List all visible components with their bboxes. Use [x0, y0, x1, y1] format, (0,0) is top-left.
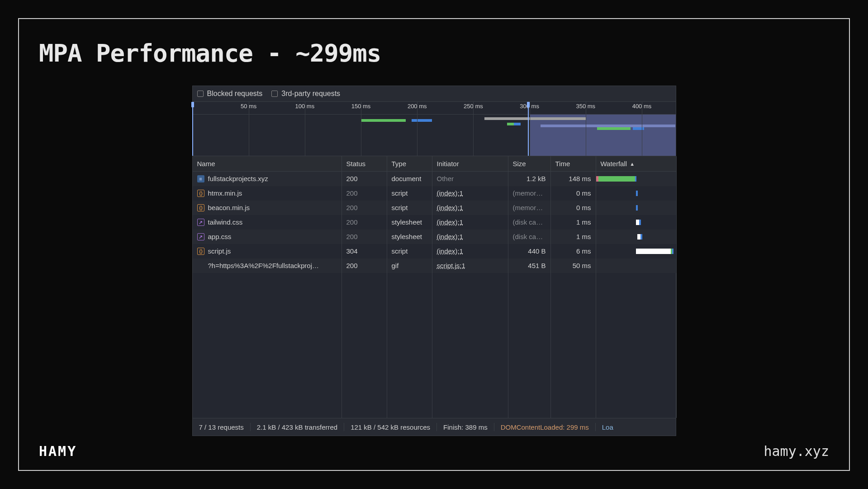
timeline-ruler: 50 ms100 ms150 ms200 ms250 ms300 ms350 m…	[193, 102, 676, 115]
cell-name: ⟨⟩beacon.min.js	[193, 201, 342, 215]
file-name: script.js	[208, 246, 231, 257]
cell-waterfall	[596, 201, 677, 215]
column-header-status[interactable]: Status	[342, 156, 387, 172]
column-header-time[interactable]: Time	[551, 156, 596, 172]
thirdparty-requests-checkbox[interactable]: 3rd-party requests	[271, 90, 340, 98]
file-name: beacon.min.js	[208, 202, 250, 213]
slide-frame: MPA Performance - ~299ms Blocked request…	[18, 18, 850, 471]
cell-name: ⟨⟩script.js	[193, 244, 342, 259]
sort-ascending-icon: ▲	[630, 161, 635, 167]
thirdparty-requests-label: 3rd-party requests	[281, 90, 340, 98]
initiator-link[interactable]: script.js:1	[437, 262, 465, 269]
waterfall-segment	[640, 234, 642, 240]
waterfall-segment	[639, 220, 641, 225]
cell-type: stylesheet	[387, 230, 432, 244]
initiator-link[interactable]: (index):1	[437, 247, 463, 255]
initiator-link[interactable]: (index):1	[437, 204, 463, 211]
waterfall-segment	[598, 176, 635, 182]
timeline-mini-bar	[597, 127, 631, 130]
cell-status: 200	[342, 259, 387, 273]
divider	[344, 423, 344, 431]
cell-waterfall	[596, 186, 677, 201]
devtools-panel: Blocked requests 3rd-party requests 50 m…	[192, 86, 676, 436]
cell-size: 440 B	[508, 244, 551, 259]
divider	[436, 423, 437, 431]
cell-type: gif	[387, 259, 432, 273]
site-url: hamy.xyz	[764, 443, 830, 459]
column-header-name[interactable]: Name	[193, 156, 342, 172]
timeline-mini-bar	[507, 123, 514, 125]
cell-initiator: (index):1	[432, 244, 508, 259]
checkbox-icon	[197, 91, 204, 97]
column-header-size[interactable]: Size	[508, 156, 551, 172]
timeline-mini-bar	[484, 117, 586, 120]
cell-initiator: (index):1	[432, 186, 508, 201]
cell-time: 1 ms	[551, 215, 596, 230]
cell-waterfall	[596, 259, 677, 273]
waterfall-segment	[636, 249, 671, 254]
cell-size: 451 B	[508, 259, 551, 273]
cell-status: 200	[342, 230, 387, 244]
cell-waterfall	[596, 244, 677, 259]
waterfall-segment	[637, 234, 640, 240]
cell-time: 0 ms	[551, 186, 596, 201]
cell-type: document	[387, 172, 432, 186]
css-file-icon: ↗	[197, 233, 204, 240]
initiator-link[interactable]: (index):1	[437, 233, 463, 240]
cell-time: 1 ms	[551, 230, 596, 244]
column-header-type[interactable]: Type	[387, 156, 432, 172]
waterfall-segment	[635, 176, 637, 182]
file-name: htmx.min.js	[208, 188, 242, 199]
timeline-overview[interactable]: 50 ms100 ms150 ms200 ms250 ms300 ms350 m…	[193, 102, 676, 156]
timeline-handle[interactable]	[191, 102, 194, 156]
brand-logo: HAMY	[39, 443, 77, 459]
status-resources: 121 kB / 542 kB resources	[351, 423, 430, 431]
cell-time: 148 ms	[551, 172, 596, 186]
css-file-icon: ↗	[197, 219, 204, 226]
waterfall-segment	[636, 220, 639, 225]
initiator-link[interactable]: (index):1	[437, 218, 463, 226]
blocked-requests-checkbox[interactable]: Blocked requests	[197, 90, 263, 98]
cell-time: 0 ms	[551, 201, 596, 215]
timeline-graph[interactable]	[193, 115, 676, 156]
cell-size: (memory…	[508, 186, 551, 201]
cell-name: ↗app.css	[193, 230, 342, 244]
cell-status: 200	[342, 215, 387, 230]
checkbox-icon	[271, 91, 278, 97]
cell-status: 200	[342, 172, 387, 186]
cell-name: ≡fullstackprojects.xyz	[193, 172, 342, 186]
cell-time: 6 ms	[551, 244, 596, 259]
waterfall-segment	[636, 205, 638, 211]
column-header-waterfall[interactable]: Waterfall ▲	[596, 156, 677, 172]
cell-status: 200	[342, 186, 387, 201]
cell-size: 1.2 kB	[508, 172, 551, 186]
status-finish: Finish: 389 ms	[443, 423, 488, 431]
slide-title: MPA Performance - ~299ms	[39, 39, 829, 67]
divider	[595, 423, 596, 431]
cell-size: (disk cac…	[508, 215, 551, 230]
file-name: fullstackprojects.xyz	[208, 173, 268, 184]
initiator-link[interactable]: (index):1	[437, 189, 463, 197]
status-requests: 7 / 13 requests	[199, 423, 244, 431]
cell-type: script	[387, 201, 432, 215]
divider	[494, 423, 494, 431]
cell-time: 50 ms	[551, 259, 596, 273]
blocked-requests-label: Blocked requests	[207, 90, 263, 98]
cell-waterfall	[596, 230, 677, 244]
cell-status: 304	[342, 244, 387, 259]
column-header-initiator[interactable]: Initiator	[432, 156, 508, 172]
cell-initiator: (index):1	[432, 201, 508, 215]
cell-initiator: Other	[432, 172, 508, 186]
doc-file-icon: ≡	[197, 175, 204, 182]
status-dcl: DOMContentLoaded: 299 ms	[501, 423, 589, 431]
waterfall-segment	[672, 249, 674, 254]
cell-type: stylesheet	[387, 215, 432, 230]
cell-size: (disk cac…	[508, 230, 551, 244]
timeline-selection[interactable]	[530, 115, 676, 156]
status-bar: 7 / 13 requests 2.1 kB / 423 kB transfer…	[193, 418, 676, 436]
slide-footer: HAMY hamy.xyz	[39, 443, 829, 459]
timeline-mini-bar	[361, 119, 406, 122]
cell-waterfall	[596, 172, 677, 186]
cell-initiator: (index):1	[432, 230, 508, 244]
file-name: ?h=https%3A%2F%2Ffullstackproj…	[208, 260, 319, 271]
